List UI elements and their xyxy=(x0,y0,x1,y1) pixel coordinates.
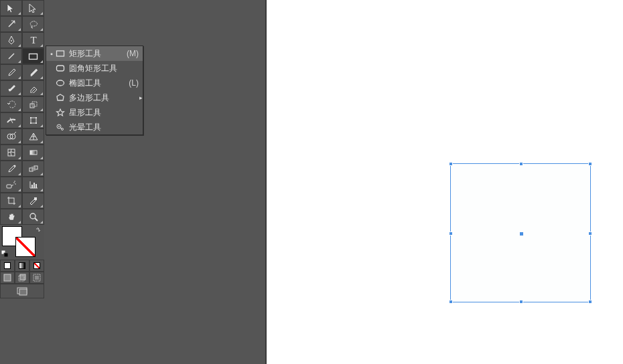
svg-rect-9 xyxy=(30,104,34,108)
selected-rectangle-shape[interactable] xyxy=(450,163,591,302)
hand-tool[interactable] xyxy=(0,209,22,225)
flare-icon xyxy=(54,123,66,131)
selection-tool[interactable] xyxy=(0,0,22,16)
pen-tool[interactable] xyxy=(0,32,22,48)
svg-point-59 xyxy=(58,126,60,127)
flyout-ellipse-tool[interactable]: 椭圆工具 (L) xyxy=(46,76,143,90)
artboard-canvas[interactable] xyxy=(267,0,623,364)
svg-line-43 xyxy=(35,218,38,221)
resize-handle-e[interactable] xyxy=(588,232,592,236)
flyout-polygon-tool[interactable]: 多边形工具 ▸ xyxy=(46,90,143,105)
svg-rect-45 xyxy=(4,253,8,257)
svg-rect-24 xyxy=(29,168,33,171)
ellipse-icon xyxy=(54,79,66,87)
perspective-grid-tool[interactable] xyxy=(22,128,44,145)
svg-point-29 xyxy=(15,183,16,185)
color-gradient-button[interactable] xyxy=(15,260,29,272)
artboard-tool[interactable] xyxy=(0,193,22,209)
direct-selection-tool[interactable] xyxy=(22,0,44,16)
eraser-tool[interactable] xyxy=(22,80,44,96)
width-tool[interactable] xyxy=(0,112,22,128)
rectangle-tool[interactable] xyxy=(22,48,44,64)
default-fill-stroke-icon[interactable] xyxy=(1,250,9,258)
zoom-tool[interactable] xyxy=(22,209,44,225)
line-segment-tool[interactable] xyxy=(0,48,22,64)
svg-marker-56 xyxy=(57,94,64,100)
flyout-shortcut: (L) xyxy=(129,78,140,88)
free-transform-tool[interactable] xyxy=(22,112,44,128)
svg-rect-14 xyxy=(36,117,37,118)
resize-handle-w[interactable] xyxy=(449,232,453,236)
resize-handle-se[interactable] xyxy=(588,300,592,304)
polygon-icon xyxy=(54,94,66,102)
lasso-tool[interactable] xyxy=(22,16,44,32)
svg-rect-27 xyxy=(7,185,11,188)
draw-mode-row xyxy=(0,272,44,284)
svg-rect-36 xyxy=(9,198,14,203)
svg-line-8 xyxy=(32,89,35,92)
svg-point-55 xyxy=(57,80,64,86)
type-tool[interactable]: T xyxy=(22,32,44,48)
svg-line-0 xyxy=(9,21,14,27)
shape-tool-flyout-menu: ▪ 矩形工具 (M) 圆角矩形工具 椭圆工具 (L) 多边形工具 ▸ 星形工具 … xyxy=(46,46,143,135)
flyout-label: 矩形工具 xyxy=(66,48,127,60)
paintbrush-tool[interactable] xyxy=(0,64,22,80)
flyout-rectangle-tool[interactable]: ▪ 矩形工具 (M) xyxy=(46,46,143,61)
screen-mode-button[interactable] xyxy=(0,284,44,298)
color-mode-row xyxy=(0,260,44,272)
color-solid-button[interactable] xyxy=(0,260,15,272)
flyout-rounded-rectangle-tool[interactable]: 圆角矩形工具 xyxy=(46,61,143,76)
shape-builder-tool[interactable] xyxy=(0,128,22,145)
svg-point-30 xyxy=(14,181,15,182)
swap-fill-stroke-icon[interactable] xyxy=(35,226,43,234)
flyout-label: 圆角矩形工具 xyxy=(66,63,139,74)
tools-panel: T xyxy=(0,0,44,298)
gradient-tool[interactable] xyxy=(22,145,44,161)
flyout-label: 椭圆工具 xyxy=(66,78,129,89)
svg-rect-33 xyxy=(31,185,33,188)
svg-rect-54 xyxy=(57,66,64,71)
blend-tool[interactable] xyxy=(22,161,44,177)
fill-stroke-swatches[interactable] xyxy=(0,225,44,260)
svg-rect-13 xyxy=(30,117,31,118)
selected-marker-icon: ▪ xyxy=(49,50,54,58)
resize-handle-sw[interactable] xyxy=(449,300,453,304)
resize-handle-ne[interactable] xyxy=(588,162,592,166)
slice-tool[interactable] xyxy=(22,193,44,209)
eyedropper-tool[interactable] xyxy=(0,161,22,177)
pencil-tool[interactable] xyxy=(22,64,44,80)
svg-point-42 xyxy=(30,213,36,219)
star-icon xyxy=(54,108,66,116)
color-none-button[interactable] xyxy=(29,260,44,272)
resize-handle-n[interactable] xyxy=(519,162,523,166)
magic-wand-tool[interactable] xyxy=(0,16,22,32)
rectangle-icon xyxy=(54,50,66,58)
rotate-tool[interactable] xyxy=(0,96,22,112)
mesh-tool[interactable] xyxy=(0,145,22,161)
stroke-swatch[interactable] xyxy=(15,237,36,257)
shape-center-point xyxy=(520,232,523,236)
svg-rect-47 xyxy=(20,274,25,280)
svg-point-23 xyxy=(13,165,15,167)
draw-behind-button[interactable] xyxy=(15,272,29,284)
resize-handle-s[interactable] xyxy=(519,300,523,304)
svg-text:T: T xyxy=(30,35,36,45)
svg-point-4 xyxy=(11,40,12,41)
svg-rect-34 xyxy=(33,183,35,188)
svg-rect-26 xyxy=(31,167,35,171)
submenu-arrow-icon: ▸ xyxy=(138,90,143,105)
blob-brush-tool[interactable] xyxy=(0,80,22,96)
scale-tool[interactable] xyxy=(22,96,44,112)
svg-point-1 xyxy=(13,21,15,23)
flyout-flare-tool[interactable]: 光晕工具 xyxy=(46,120,143,134)
draw-normal-button[interactable] xyxy=(0,272,15,284)
column-graph-tool[interactable] xyxy=(22,177,44,193)
resize-handle-nw[interactable] xyxy=(449,162,453,166)
draw-inside-button[interactable] xyxy=(29,272,44,284)
flyout-star-tool[interactable]: 星形工具 xyxy=(46,105,143,120)
svg-rect-12 xyxy=(31,118,36,123)
symbol-sprayer-tool[interactable] xyxy=(0,177,22,193)
svg-rect-25 xyxy=(34,166,38,169)
svg-rect-15 xyxy=(30,122,31,124)
svg-rect-46 xyxy=(4,274,11,281)
